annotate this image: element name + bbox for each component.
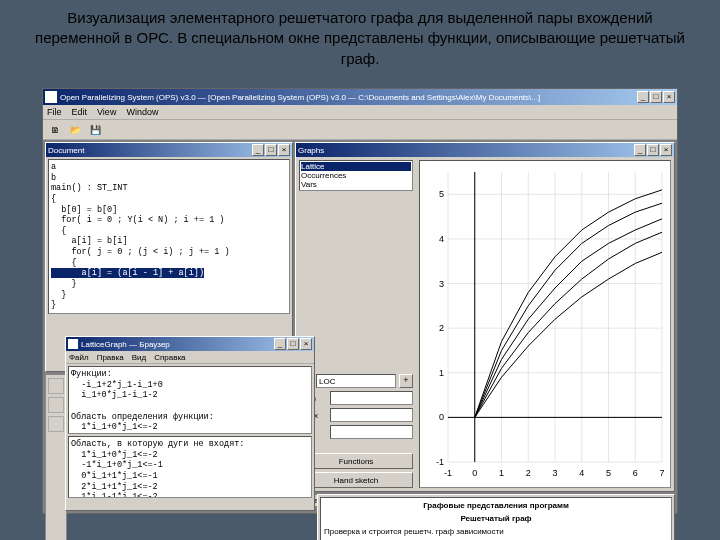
spin-plus-button[interactable]: + xyxy=(399,374,413,388)
menubar: File Edit View Window xyxy=(43,105,677,120)
minimize-button[interactable]: _ xyxy=(637,91,649,103)
svg-text:3: 3 xyxy=(552,468,557,478)
svg-text:1: 1 xyxy=(499,468,504,478)
lg-menubar: Файл Правка Вид Справка xyxy=(66,351,314,364)
svg-text:4: 4 xyxy=(439,234,444,244)
svg-text:-1: -1 xyxy=(444,468,452,478)
menu-edit[interactable]: Edit xyxy=(72,107,88,117)
lg-max-icon[interactable]: □ xyxy=(287,338,299,350)
lg-menu-edit[interactable]: Правка xyxy=(97,353,124,362)
graphs-min-icon[interactable]: _ xyxy=(634,144,646,156)
doc-min-icon[interactable]: _ xyxy=(252,144,264,156)
svg-text:4: 4 xyxy=(579,468,584,478)
left-sidebar xyxy=(45,374,67,540)
app-titlebar: Open Parallelizing System (OPS) v3.0 — [… xyxy=(43,89,677,105)
graphs-max-icon[interactable]: □ xyxy=(647,144,659,156)
lg-min-icon[interactable]: _ xyxy=(274,338,286,350)
sidebar-words-icon[interactable] xyxy=(48,416,64,432)
y-field[interactable] xyxy=(330,425,413,439)
info-body: Графовые представления программ Решетчат… xyxy=(320,497,672,540)
lg-text-upper[interactable]: Функции: -i_1+2*j_1-i_1+0 i_1+0*j_1-i_1-… xyxy=(68,366,312,434)
lg-title: LatticeGraph — Браузер xyxy=(81,340,274,349)
latticegraph-window: LatticeGraph — Браузер _□× Файл Правка В… xyxy=(65,336,315,511)
code-highlighted-line[interactable]: a[i] = (a[i - 1] + a[i]) xyxy=(51,268,204,278)
toolbar: 🗎 📂 💾 xyxy=(43,120,677,140)
menu-view[interactable]: View xyxy=(97,107,116,117)
info-panel: Графовые представления программ Решетчат… xyxy=(317,494,675,540)
info-line1: Проверка и строится решетч. граф зависим… xyxy=(324,527,668,536)
graphs-title: Graphs xyxy=(298,146,634,155)
graphs-close-icon[interactable]: × xyxy=(660,144,672,156)
xmax-field[interactable] xyxy=(330,408,413,422)
lg-menu-view[interactable]: Вид xyxy=(132,353,146,362)
code-editor[interactable]: a b main() : ST_INT { b[0] = b[0] for( i… xyxy=(48,159,290,314)
svg-text:3: 3 xyxy=(439,279,444,289)
svg-text:7: 7 xyxy=(659,468,664,478)
sidebar-edit-icon[interactable] xyxy=(48,378,64,394)
svg-text:2: 2 xyxy=(526,468,531,478)
app-window: Open Parallelizing System (OPS) v3.0 — [… xyxy=(42,88,678,514)
svg-text:0: 0 xyxy=(472,468,477,478)
svg-text:5: 5 xyxy=(606,468,611,478)
functions-button[interactable]: Functions xyxy=(299,453,413,469)
menu-window[interactable]: Window xyxy=(126,107,158,117)
info-heading1: Графовые представления программ xyxy=(324,501,668,510)
svg-text:5: 5 xyxy=(439,189,444,199)
tool-new-icon[interactable]: 🗎 xyxy=(46,122,64,138)
list-item[interactable]: Lattice xyxy=(301,162,411,171)
handsketch-button[interactable]: Hand sketch xyxy=(299,472,413,488)
workspace: Document _□× a b main() : ST_INT { b[0] … xyxy=(43,140,677,513)
maximize-button[interactable]: □ xyxy=(650,91,662,103)
menu-file[interactable]: File xyxy=(47,107,62,117)
app-icon xyxy=(45,91,57,103)
lg-text-lower[interactable]: Область, в которую дуги не входят: 1*i_1… xyxy=(68,436,312,498)
close-button[interactable]: × xyxy=(663,91,675,103)
lg-menu-help[interactable]: Справка xyxy=(154,353,185,362)
doc-title: Document xyxy=(48,146,252,155)
svg-text:-1: -1 xyxy=(436,457,444,467)
lg-menu-file[interactable]: Файл xyxy=(69,353,89,362)
info-heading2: Решетчатый граф xyxy=(324,514,668,523)
loc-field[interactable]: LOC xyxy=(316,374,396,388)
app-title: Open Parallelizing System (OPS) v3.0 — [… xyxy=(60,93,637,102)
tool-save-icon[interactable]: 💾 xyxy=(86,122,104,138)
list-item[interactable]: Vars xyxy=(301,180,411,189)
xmin-field[interactable] xyxy=(330,391,413,405)
graph-type-list[interactable]: Lattice Occurrences Vars xyxy=(299,160,413,191)
doc-close-icon[interactable]: × xyxy=(278,144,290,156)
doc-max-icon[interactable]: □ xyxy=(265,144,277,156)
svg-text:6: 6 xyxy=(633,468,638,478)
sidebar-x-icon[interactable] xyxy=(48,397,64,413)
svg-text:1: 1 xyxy=(439,368,444,378)
graphs-panel: Graphs _□× Lattice Occurrences Vars - LO… xyxy=(295,142,675,492)
tool-open-icon[interactable]: 📂 xyxy=(66,122,84,138)
lg-icon xyxy=(68,339,78,349)
svg-text:2: 2 xyxy=(439,323,444,333)
lattice-plot: -101234567-1012345 xyxy=(419,160,671,488)
lg-close-icon[interactable]: × xyxy=(300,338,312,350)
svg-text:0: 0 xyxy=(439,412,444,422)
slide-title: Визуализация элементарного решетчатого г… xyxy=(30,8,690,69)
list-item[interactable]: Occurrences xyxy=(301,171,411,180)
